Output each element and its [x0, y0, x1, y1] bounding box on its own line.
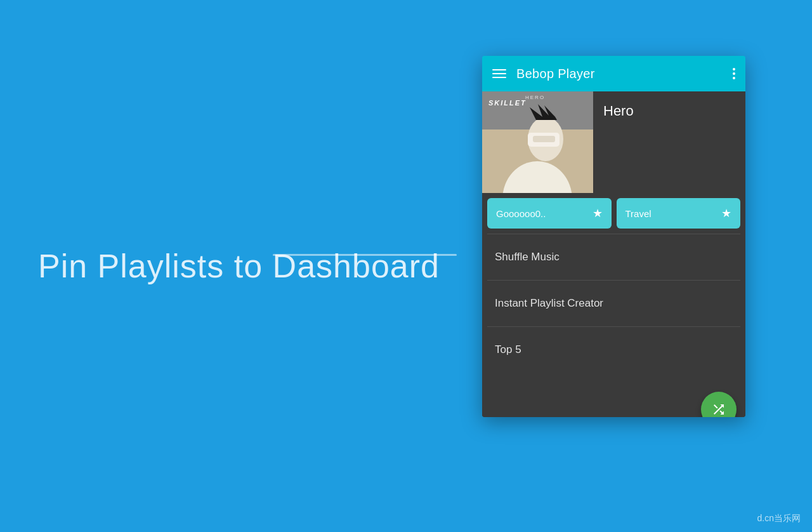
- song-title: Hero: [603, 103, 634, 119]
- album-section: SKILLET HERO Hero: [482, 91, 745, 193]
- background-tagline: Pin Playlists to Dashboard: [38, 246, 440, 286]
- playlist-row: Goooooo0.. ★ Travel ★: [482, 193, 745, 234]
- toolbar: Bebop Player: [482, 56, 745, 91]
- menu-icon[interactable]: [492, 69, 506, 78]
- star-icon-0: ★: [593, 206, 603, 220]
- star-icon-1: ★: [721, 206, 731, 220]
- app-container: Bebop Player: [482, 56, 745, 417]
- svg-rect-6: [533, 136, 555, 142]
- app-title: Bebop Player: [516, 67, 723, 81]
- playlist-button-0[interactable]: Goooooo0.. ★: [487, 198, 612, 229]
- playlist-label-0: Goooooo0..: [496, 208, 546, 219]
- svg-text:HERO: HERO: [525, 95, 545, 100]
- watermark: d.cn当乐网: [757, 513, 801, 524]
- album-art: SKILLET HERO: [482, 91, 593, 193]
- svg-text:SKILLET: SKILLET: [488, 99, 527, 107]
- background-underline: [273, 254, 457, 256]
- more-vertical-icon[interactable]: [733, 68, 735, 79]
- shuffle-icon: [711, 402, 726, 417]
- menu-item-top5[interactable]: Top 5: [482, 327, 745, 373]
- playlist-button-1[interactable]: Travel ★: [617, 198, 741, 229]
- menu-item-shuffle[interactable]: Shuffle Music: [482, 234, 745, 280]
- playlist-label-1: Travel: [625, 208, 652, 219]
- menu-item-instant-playlist[interactable]: Instant Playlist Creator: [482, 281, 745, 326]
- content-area: SKILLET HERO Hero Goooooo0.. ★ Travel ★: [482, 91, 745, 417]
- album-info: Hero: [593, 91, 745, 193]
